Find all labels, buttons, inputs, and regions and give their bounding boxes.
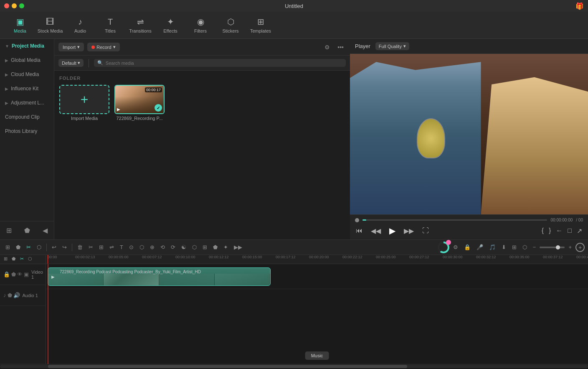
toolbar-item-audio[interactable]: ♪ Audio [67, 13, 94, 37]
audio-volume-icon[interactable]: 🔊 [13, 292, 20, 298]
extract-tool[interactable]: ⬇ [499, 243, 508, 252]
progress-dot[interactable] [355, 218, 359, 222]
progress-track[interactable] [362, 219, 547, 221]
bracket-right-icon[interactable]: } [548, 226, 552, 235]
step-back-button[interactable]: ◀◀ [370, 226, 382, 236]
tl-left-lock[interactable]: ⬡ [27, 256, 33, 262]
toolbar-item-titles[interactable]: T Titles [97, 13, 124, 37]
video-eye-icon[interactable]: 👁 [17, 271, 23, 277]
diamond-tool[interactable]: ⬟ [211, 243, 220, 252]
audio-note-icon[interactable]: ♪ [3, 292, 6, 298]
rotate-left-tool[interactable]: ⟲ [158, 243, 167, 252]
hex-tool-2[interactable]: ⬡ [190, 243, 199, 252]
maximize-button[interactable] [19, 3, 24, 8]
screenshot-icon[interactable]: □ [567, 226, 573, 235]
video-clip-timeline[interactable]: ▶ 722869_Recording Podcast Podcasting Po… [48, 267, 271, 286]
music-tool[interactable]: 🎵 [487, 243, 498, 252]
ripple-button[interactable]: ⇌ [107, 243, 116, 252]
minimize-button[interactable] [12, 3, 17, 8]
video-preview-icon[interactable]: ▣ [24, 271, 29, 277]
timeline-tool-misc[interactable]: ⬡ [35, 243, 43, 252]
sidebar-item-photos-library[interactable]: Photos Library [0, 124, 54, 138]
trim-button[interactable]: ⊞ [97, 243, 106, 252]
mic-tool[interactable]: 🎤 [474, 243, 485, 252]
step-forward-button[interactable]: ▶▶ [403, 226, 415, 236]
search-input[interactable] [106, 61, 342, 66]
export-icon[interactable]: ↗ [576, 226, 583, 236]
toolbar-item-effects[interactable]: ✦ Effects [157, 13, 184, 37]
rewind-button[interactable]: ⏮ [355, 226, 363, 235]
timeline-ruler[interactable]: 00:00 00:00:02:13 00:00:05:00 00:00:07:1… [46, 255, 588, 264]
toolbar-item-transitions[interactable]: ⇌ Transitions [127, 13, 154, 37]
tl-left-cut[interactable]: ✂ [19, 256, 25, 262]
plus-zoom[interactable]: + [566, 243, 574, 252]
video-lock-icon[interactable]: 🔒 [3, 271, 10, 277]
redo-button[interactable]: ↪ [60, 243, 69, 252]
zoom-slider-thumb[interactable] [556, 245, 560, 249]
sidebar-item-cloud-media[interactable]: ▶ Cloud Media [0, 67, 54, 81]
split-button[interactable]: ✂ [86, 243, 95, 252]
sidebar-item-compound-clip[interactable]: Compound Clip [0, 110, 54, 124]
add-track-button[interactable]: + [575, 243, 585, 252]
sidebar-item-global-media[interactable]: ▶ Global Media [0, 53, 54, 67]
gift-icon[interactable]: 🎁 [575, 2, 584, 10]
rotate-right-tool[interactable]: ⟳ [169, 243, 177, 252]
captions-tool[interactable]: ⊞ [510, 243, 519, 252]
toolbar-item-media[interactable]: ▣ Media [7, 13, 33, 37]
sidebar-item-project-media[interactable]: ▼ Project Media [0, 39, 54, 53]
video-thumb[interactable]: 00:00:17 ▶ ✓ [114, 85, 165, 114]
text-button[interactable]: T [118, 243, 125, 252]
tl-left-import[interactable]: ⬟ [10, 256, 17, 262]
sidebar-item-influence-kit[interactable]: ▶ Influence Kit [0, 81, 54, 96]
timeline-scrollbar[interactable] [0, 364, 588, 369]
play-pause-button[interactable]: ▶ [388, 225, 396, 237]
add-folder-icon[interactable]: ⊞ [5, 225, 13, 236]
settings-tool[interactable]: ⚙ [451, 243, 460, 252]
scrollbar-thumb[interactable] [48, 365, 407, 368]
toolbar-item-filters[interactable]: ◉ Filters [187, 13, 214, 37]
music-button[interactable]: Music [305, 351, 329, 360]
more-tools-button[interactable]: ▶▶ [232, 243, 244, 252]
mark-in-icon[interactable]: ← [555, 226, 563, 235]
sidebar-bottom: ⊞ ⬟ ◀ [0, 221, 54, 239]
filter-icon[interactable]: ⚙ [322, 43, 332, 51]
yin-yang-tool[interactable]: ☯ [179, 243, 188, 252]
import-thumb[interactable]: + [59, 85, 109, 114]
timeline-tool-razor[interactable]: ✂ [24, 243, 33, 252]
square-tool[interactable]: ⊞ [200, 243, 209, 252]
record-chevron-icon: ▾ [113, 44, 116, 50]
toolbar-item-stickers[interactable]: ⬡ Stickers [217, 13, 244, 37]
undo-button[interactable]: ↩ [50, 243, 58, 252]
thumb-duration: 00:00:17 [145, 87, 162, 92]
timeline-tool-snap[interactable]: ⬟ [14, 243, 23, 252]
audio-import-icon[interactable]: ⬟ [8, 292, 12, 298]
sparkle-tool[interactable]: ✦ [221, 243, 230, 252]
timeline-toolbar: ⊞ ⬟ ✂ ⬡ ↩ ↪ 🗑 ✂ ⊞ ⇌ T ⊙ ⬡ ⊕ ⟲ ⟳ ☯ ⬡ ⊞ ⬟ … [0, 240, 588, 255]
circle-tool[interactable]: ⊙ [127, 243, 136, 252]
plus-tool[interactable]: ⊕ [148, 243, 157, 252]
delete-button[interactable]: 🗑 [75, 243, 85, 252]
fullscreen-button[interactable]: ⛶ [421, 226, 430, 235]
quality-select[interactable]: Full Quality ▾ [375, 42, 409, 50]
minus-zoom[interactable]: − [531, 243, 538, 252]
import-button[interactable]: Import ▾ [58, 43, 84, 51]
video-import-icon[interactable]: ⬟ [11, 271, 16, 277]
import-folder-icon[interactable]: ⬟ [23, 225, 32, 236]
record-button[interactable]: Record ▾ [87, 43, 119, 51]
more-options-icon[interactable]: ••• [335, 43, 346, 51]
ruler-time-7: 00:00:17:12 [276, 255, 296, 259]
lock-tool[interactable]: 🔒 [462, 243, 473, 252]
sidebar-item-adjustment-l[interactable]: ▶ Adjustment L... [0, 96, 54, 110]
video-clip-item[interactable]: 00:00:17 ▶ ✓ 722869_Recording P... [114, 85, 165, 121]
sort-default-button[interactable]: Default ▾ [58, 59, 84, 67]
toolbar-item-stock-media[interactable]: 🎞 Stock Media [37, 13, 63, 37]
timeline-tool-grid[interactable]: ⊞ [3, 243, 12, 252]
hex-tool[interactable]: ⬡ [137, 243, 146, 252]
toolbar-item-templates[interactable]: ⊞ Templates [247, 13, 274, 37]
import-media-item[interactable]: + Import Media [59, 85, 109, 121]
bracket-left-icon[interactable]: { [541, 226, 545, 235]
tl-left-add[interactable]: ⊞ [3, 256, 9, 262]
close-button[interactable] [4, 3, 9, 8]
subtitle-tool[interactable]: ⬡ [520, 243, 529, 252]
collapse-icon[interactable]: ◀ [41, 225, 49, 236]
